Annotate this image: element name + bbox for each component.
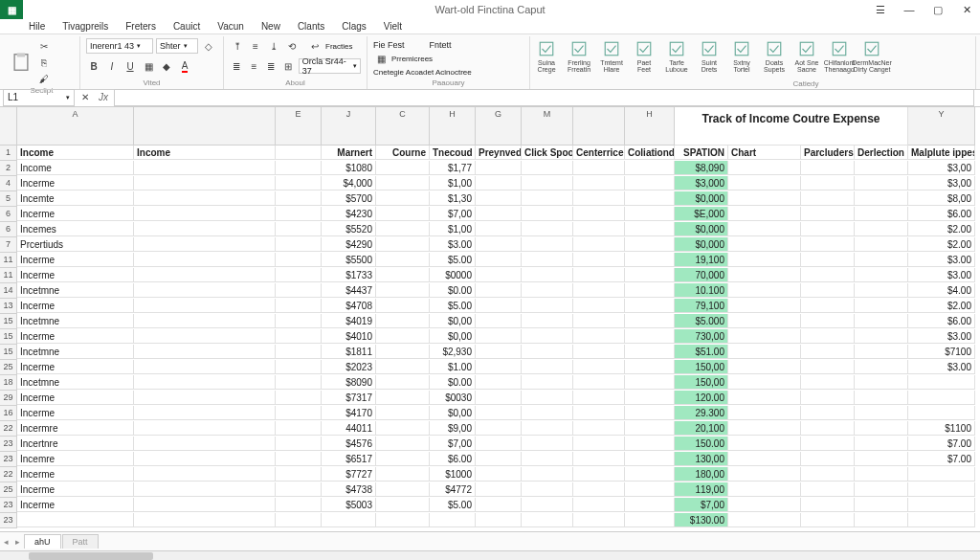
cell[interactable] bbox=[322, 513, 376, 527]
cell[interactable] bbox=[476, 176, 522, 190]
cell[interactable] bbox=[276, 406, 322, 420]
tab-vielt[interactable]: Vielt bbox=[384, 21, 402, 32]
cell[interactable]: $0,00 bbox=[430, 329, 476, 344]
align-top-icon[interactable]: ⤒ bbox=[230, 38, 245, 54]
cell[interactable] bbox=[625, 299, 675, 313]
wrap-text-icon[interactable]: ↩ bbox=[307, 38, 323, 54]
cell[interactable] bbox=[573, 283, 625, 298]
cell[interactable]: 15 bbox=[0, 314, 17, 329]
paste-button[interactable] bbox=[10, 51, 33, 74]
cell[interactable] bbox=[801, 253, 855, 267]
cell[interactable]: $7727 bbox=[322, 467, 376, 482]
cell[interactable]: $2,930 bbox=[430, 345, 476, 359]
cell[interactable]: $3.00 bbox=[430, 237, 476, 252]
sheet-tab-active[interactable]: ahU bbox=[24, 534, 61, 549]
cell[interactable]: $3,00 bbox=[908, 161, 975, 175]
cell[interactable]: Incerme bbox=[17, 299, 134, 313]
cell[interactable] bbox=[855, 299, 908, 313]
cell[interactable] bbox=[728, 375, 801, 390]
cell[interactable] bbox=[908, 482, 975, 497]
cell[interactable]: H bbox=[625, 107, 675, 146]
cell[interactable] bbox=[728, 467, 801, 482]
cell[interactable]: Income bbox=[17, 146, 134, 160]
cell[interactable] bbox=[801, 437, 855, 451]
cell[interactable] bbox=[855, 222, 908, 236]
cell[interactable]: Chart bbox=[728, 146, 801, 160]
cell[interactable] bbox=[625, 406, 675, 420]
cell[interactable]: 29 bbox=[0, 391, 17, 406]
cell[interactable] bbox=[908, 513, 975, 527]
cell[interactable]: $5500 bbox=[322, 253, 376, 267]
orientation-icon[interactable]: ⟲ bbox=[284, 38, 300, 54]
border-icon[interactable]: ▦ bbox=[141, 58, 156, 74]
cell[interactable] bbox=[376, 391, 430, 405]
cell[interactable] bbox=[276, 176, 322, 190]
cell[interactable] bbox=[134, 345, 276, 359]
tab-cauict[interactable]: Cauict bbox=[173, 21, 200, 32]
cell[interactable]: 44011 bbox=[322, 421, 376, 436]
cell[interactable]: 13 bbox=[0, 299, 17, 314]
cell[interactable] bbox=[625, 314, 675, 328]
cell[interactable] bbox=[376, 421, 430, 436]
cell[interactable]: $1.00 bbox=[430, 360, 476, 374]
cell[interactable] bbox=[376, 406, 430, 420]
cell[interactable] bbox=[855, 482, 908, 497]
cell[interactable] bbox=[134, 406, 276, 420]
cell[interactable]: Incermre bbox=[17, 421, 134, 436]
cell[interactable]: 1 bbox=[0, 146, 17, 161]
clear-icon[interactable]: ◇ bbox=[201, 38, 216, 54]
cell[interactable] bbox=[376, 482, 430, 497]
cell[interactable] bbox=[573, 345, 625, 359]
window-menu-icon[interactable]: ☰ bbox=[867, 0, 894, 19]
cell[interactable] bbox=[573, 360, 625, 374]
italic-button[interactable]: I bbox=[104, 58, 120, 74]
cell[interactable] bbox=[522, 268, 573, 282]
cell[interactable] bbox=[801, 513, 855, 527]
cell[interactable]: Income bbox=[134, 146, 276, 160]
cell[interactable]: 23 bbox=[0, 452, 17, 467]
cell[interactable]: Preynved bbox=[476, 146, 522, 160]
cell[interactable] bbox=[855, 437, 908, 451]
cell[interactable] bbox=[134, 391, 276, 405]
cell[interactable]: Parcluders bbox=[801, 146, 855, 160]
cell[interactable]: $0,000 bbox=[675, 222, 728, 236]
cell[interactable]: 11 bbox=[0, 268, 17, 283]
cell[interactable]: $2.00 bbox=[908, 222, 975, 236]
cell[interactable]: $2.00 bbox=[908, 299, 975, 313]
cell[interactable]: 150,00 bbox=[675, 360, 728, 374]
cell[interactable] bbox=[0, 107, 17, 146]
cell[interactable]: J bbox=[322, 107, 376, 146]
cell[interactable] bbox=[728, 498, 801, 512]
cell[interactable] bbox=[476, 513, 522, 527]
cell[interactable]: Incetmne bbox=[17, 345, 134, 359]
cell[interactable] bbox=[430, 513, 476, 527]
cell[interactable] bbox=[522, 253, 573, 267]
cell[interactable]: $4.00 bbox=[908, 283, 975, 298]
cell[interactable] bbox=[522, 222, 573, 236]
cell[interactable] bbox=[522, 452, 573, 466]
cell[interactable] bbox=[728, 161, 801, 175]
cell[interactable] bbox=[625, 191, 675, 206]
cell[interactable] bbox=[376, 283, 430, 298]
cell[interactable]: 29.300 bbox=[675, 406, 728, 420]
cell[interactable]: 15 bbox=[0, 329, 17, 345]
cell[interactable]: C bbox=[376, 107, 430, 146]
cell[interactable]: $4019 bbox=[322, 314, 376, 328]
ribbon-big-button[interactable]: Tarfe Luboue bbox=[660, 38, 693, 76]
cell[interactable] bbox=[522, 345, 573, 359]
cell[interactable]: $8,00 bbox=[908, 191, 975, 206]
cell[interactable] bbox=[728, 452, 801, 466]
horizontal-scrollbar[interactable] bbox=[0, 550, 980, 560]
cell[interactable] bbox=[625, 375, 675, 390]
cell[interactable] bbox=[728, 360, 801, 374]
cell[interactable] bbox=[855, 191, 908, 206]
cell[interactable] bbox=[855, 406, 908, 420]
cell[interactable] bbox=[728, 345, 801, 359]
cell[interactable] bbox=[728, 391, 801, 405]
cell[interactable]: $5.000 bbox=[675, 314, 728, 328]
cell[interactable] bbox=[625, 222, 675, 236]
cell[interactable] bbox=[728, 513, 801, 527]
cell[interactable] bbox=[376, 345, 430, 359]
cell[interactable] bbox=[855, 161, 908, 175]
cell[interactable]: 18 bbox=[0, 375, 17, 391]
